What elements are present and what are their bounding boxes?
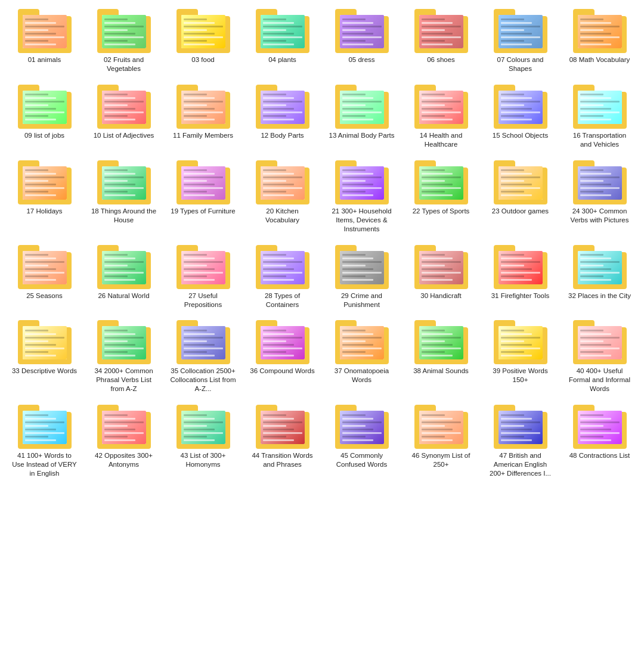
folder-item-26[interactable]: 26 Natural World xyxy=(85,242,162,312)
folder-label-8: 08 Math Vocabulary xyxy=(569,55,630,64)
folder-icon-1 xyxy=(18,8,72,53)
folder-label-19: 19 Types of Furniture xyxy=(171,207,235,216)
folder-item-5[interactable]: 05 dress xyxy=(323,6,400,76)
folder-icon-11 xyxy=(177,84,230,129)
folder-item-3[interactable]: 03 food xyxy=(165,6,242,76)
folder-label-2: 02 Fruits and Vegetables xyxy=(91,55,157,73)
folder-label-14: 14 Health and Healthcare xyxy=(408,131,474,149)
folder-item-42[interactable]: 42 Opposites 300+ Antonyms xyxy=(85,402,162,480)
folder-item-25[interactable]: 25 Seasons xyxy=(6,242,83,312)
folder-label-43: 43 List of 300+ Homonyms xyxy=(171,451,236,469)
folder-icon-3 xyxy=(177,8,230,53)
folder-label-45: 45 Commonly Confused Words xyxy=(329,451,395,469)
folder-item-2[interactable]: 02 Fruits and Vegetables xyxy=(85,6,162,76)
folder-icon-15 xyxy=(494,84,547,129)
folder-item-11[interactable]: 11 Family Members xyxy=(165,82,242,151)
folder-icon-44 xyxy=(256,404,309,449)
folder-item-36[interactable]: 36 Compound Words xyxy=(244,317,321,396)
folder-icon-23 xyxy=(494,160,547,204)
folder-item-6[interactable]: 06 shoes xyxy=(402,6,479,76)
folder-item-46[interactable]: 46 Synonym List of 250+ xyxy=(402,402,479,480)
folder-label-1: 01 animals xyxy=(28,55,61,64)
folder-label-9: 09 list of jobs xyxy=(24,131,64,140)
folder-item-27[interactable]: 27 Useful Prepositions xyxy=(165,242,242,312)
folder-grid: 01 animals02 Fruits and Vegetables03 foo… xyxy=(6,6,638,480)
folder-item-40[interactable]: 40 400+ Useful Formal and Informal Words xyxy=(561,317,638,396)
folder-label-46: 46 Synonym List of 250+ xyxy=(408,451,474,469)
folder-item-43[interactable]: 43 List of 300+ Homonyms xyxy=(165,402,242,480)
folder-label-25: 25 Seasons xyxy=(26,291,63,300)
folder-icon-25 xyxy=(18,244,72,289)
folder-label-48: 48 Contractions List xyxy=(569,451,630,460)
folder-item-9[interactable]: 09 list of jobs xyxy=(6,82,83,151)
folder-icon-10 xyxy=(97,84,151,129)
folder-label-38: 38 Animal Sounds xyxy=(413,367,469,376)
folder-label-35: 35 Collocation 2500+ Collocations List f… xyxy=(171,367,236,393)
folder-label-11: 11 Family Members xyxy=(173,131,233,140)
folder-icon-48 xyxy=(573,404,627,449)
folder-item-29[interactable]: 29 Crime and Punishment xyxy=(323,242,400,312)
folder-label-12: 12 Body Parts xyxy=(261,131,304,140)
folder-label-32: 32 Places in the City xyxy=(568,291,631,300)
folder-icon-38 xyxy=(414,320,468,364)
folder-icon-31 xyxy=(494,244,547,289)
folder-item-23[interactable]: 23 Outdoor games xyxy=(482,157,559,236)
folder-label-42: 42 Opposites 300+ Antonyms xyxy=(91,451,157,469)
folder-icon-29 xyxy=(335,244,389,289)
folder-item-33[interactable]: 33 Descriptive Words xyxy=(6,317,83,396)
folder-item-14[interactable]: 14 Health and Healthcare xyxy=(402,82,479,151)
folder-label-26: 26 Natural World xyxy=(98,291,149,300)
folder-icon-20 xyxy=(256,160,309,204)
folder-icon-6 xyxy=(414,8,468,53)
folder-item-35[interactable]: 35 Collocation 2500+ Collocations List f… xyxy=(165,317,242,396)
folder-label-6: 06 shoes xyxy=(427,55,455,64)
folder-item-30[interactable]: 30 Handicraft xyxy=(402,242,479,312)
folder-item-45[interactable]: 45 Commonly Confused Words xyxy=(323,402,400,480)
folder-icon-16 xyxy=(573,84,627,129)
folder-label-44: 44 Transition Words and Phrases xyxy=(250,451,315,469)
folder-item-1[interactable]: 01 animals xyxy=(6,6,83,76)
folder-item-20[interactable]: 20 Kitchen Vocabulary xyxy=(244,157,321,236)
folder-item-24[interactable]: 24 300+ Common Verbs with Pictures xyxy=(561,157,638,236)
folder-item-4[interactable]: 04 plants xyxy=(244,6,321,76)
folder-label-29: 29 Crime and Punishment xyxy=(329,291,395,309)
folder-item-31[interactable]: 31 Firefighter Tools xyxy=(482,242,559,312)
folder-label-20: 20 Kitchen Vocabulary xyxy=(250,207,315,225)
folder-label-5: 05 dress xyxy=(348,55,374,64)
folder-item-8[interactable]: 08 Math Vocabulary xyxy=(561,6,638,76)
folder-item-16[interactable]: 16 Transportation and Vehicles xyxy=(561,82,638,151)
folder-item-21[interactable]: 21 300+ Household Items, Devices & Instr… xyxy=(323,157,400,236)
folder-icon-35 xyxy=(177,320,230,364)
folder-item-39[interactable]: 39 Positive Words 150+ xyxy=(482,317,559,396)
folder-icon-42 xyxy=(97,404,151,449)
folder-item-12[interactable]: 12 Body Parts xyxy=(244,82,321,151)
folder-item-34[interactable]: 34 2000+ Common Phrasal Verbs List from … xyxy=(85,317,162,396)
folder-item-22[interactable]: 22 Types of Sports xyxy=(402,157,479,236)
folder-item-41[interactable]: 41 100+ Words to Use Instead of VERY in … xyxy=(6,402,83,480)
folder-item-32[interactable]: 32 Places in the City xyxy=(561,242,638,312)
folder-label-4: 04 plants xyxy=(268,55,296,64)
folder-icon-17 xyxy=(18,160,72,204)
folder-label-13: 13 Animal Body Parts xyxy=(329,131,395,140)
folder-icon-24 xyxy=(573,160,627,204)
folder-item-48[interactable]: 48 Contractions List xyxy=(561,402,638,480)
folder-item-7[interactable]: 07 Colours and Shapes xyxy=(482,6,559,76)
folder-item-18[interactable]: 18 Things Around the House xyxy=(85,157,162,236)
folder-icon-36 xyxy=(256,320,309,364)
folder-label-41: 41 100+ Words to Use Instead of VERY in … xyxy=(12,451,78,478)
folder-item-17[interactable]: 17 Holidays xyxy=(6,157,83,236)
folder-label-3: 03 food xyxy=(191,55,214,64)
folder-item-10[interactable]: 10 List of Adjectives xyxy=(85,82,162,151)
folder-icon-47 xyxy=(494,404,547,449)
folder-label-37: 37 Onomatopoeia Words xyxy=(329,367,395,384)
folder-item-38[interactable]: 38 Animal Sounds xyxy=(402,317,479,396)
folder-item-28[interactable]: 28 Types of Containers xyxy=(244,242,321,312)
folder-item-15[interactable]: 15 School Objects xyxy=(482,82,559,151)
folder-icon-22 xyxy=(414,160,468,204)
folder-item-37[interactable]: 37 Onomatopoeia Words xyxy=(323,317,400,396)
folder-item-44[interactable]: 44 Transition Words and Phrases xyxy=(244,402,321,480)
folder-item-47[interactable]: 47 British and American English 200+ Dif… xyxy=(482,402,559,480)
folder-label-39: 39 Positive Words 150+ xyxy=(488,367,553,384)
folder-item-19[interactable]: 19 Types of Furniture xyxy=(165,157,242,236)
folder-item-13[interactable]: 13 Animal Body Parts xyxy=(323,82,400,151)
